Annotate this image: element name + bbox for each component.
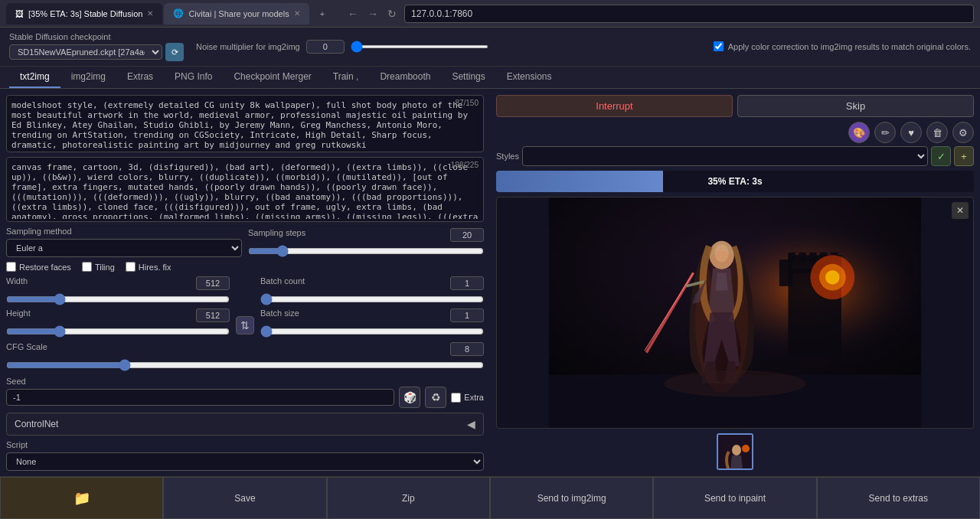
height-value[interactable] xyxy=(196,308,230,322)
extra-checkbox-label[interactable]: Extra xyxy=(451,393,484,403)
controlnet-row[interactable]: ControlNet ◀ xyxy=(6,413,484,436)
open-folder-button[interactable]: 📁 xyxy=(0,477,163,519)
styles-select[interactable] xyxy=(522,146,928,166)
main-content: modelshoot style, (extremely detailed CG… xyxy=(0,89,980,476)
tab-favicon-2: 🌐 xyxy=(173,8,184,18)
save-button[interactable]: Save xyxy=(163,477,326,519)
batch-count-value[interactable] xyxy=(450,276,484,290)
address-bar[interactable] xyxy=(404,5,974,23)
prompt-box: modelshoot style, (extremely detailed CG… xyxy=(6,95,484,152)
heart-icon-button[interactable]: ♥ xyxy=(900,122,922,143)
image-close-button[interactable]: ✕ xyxy=(952,202,969,219)
tab-png-info[interactable]: PNG Info xyxy=(164,67,223,88)
batch-count-param: Batch count xyxy=(260,276,484,305)
hires-fix-checkbox[interactable] xyxy=(126,262,136,272)
seed-label: Seed xyxy=(6,377,26,386)
checkpoint-select[interactable]: SD15NewVAEpruned.ckpt [27a4ac756c] xyxy=(9,44,162,60)
progress-text: 35% ETA: 3s xyxy=(707,176,762,187)
tiling-checkbox[interactable] xyxy=(82,262,92,272)
skip-button[interactable]: Skip xyxy=(737,95,974,117)
noise-value-input[interactable] xyxy=(306,40,345,54)
send-extras-label: Send to extras xyxy=(869,493,928,504)
browser-tab-bar: 🖼 [35% ETA: 3s] Stable Diffusion ✕ 🌐 Civ… xyxy=(0,0,980,28)
brush-icon-button[interactable]: ✏ xyxy=(874,122,896,143)
send-to-inpaint-button[interactable]: Send to inpaint xyxy=(653,477,816,519)
width-param: Width xyxy=(6,276,230,305)
send-to-img2img-button[interactable]: Send to img2img xyxy=(490,477,653,519)
generate-buttons-row: Interrupt Skip xyxy=(496,95,974,117)
sampling-steps-slider[interactable] xyxy=(248,245,484,257)
styles-add-button[interactable]: + xyxy=(954,146,974,166)
svg-point-21 xyxy=(664,370,805,397)
batch-size-slider[interactable] xyxy=(260,325,484,338)
cfg-scale-section: CFG Scale xyxy=(6,342,484,371)
height-label: Height xyxy=(6,308,31,322)
svg-point-23 xyxy=(732,445,741,455)
batch-size-label: Batch size xyxy=(260,308,299,322)
restore-faces-checkbox[interactable] xyxy=(6,262,16,272)
refresh-button[interactable]: ↻ xyxy=(384,6,400,21)
width-label: Width xyxy=(6,276,28,290)
extra-checkbox[interactable] xyxy=(451,393,461,403)
cfg-scale-slider[interactable] xyxy=(6,359,484,371)
back-button[interactable]: ← xyxy=(345,6,361,21)
forward-button[interactable]: → xyxy=(364,6,381,21)
thumbnail-1[interactable] xyxy=(717,433,753,470)
script-select[interactable]: None xyxy=(6,452,484,471)
zip-button[interactable]: Zip xyxy=(327,477,490,519)
browser-tab-civitai[interactable]: 🌐 Civitai | Share your models ✕ xyxy=(164,3,309,24)
color-correction-checkbox[interactable] xyxy=(714,41,724,51)
seed-recycle-button[interactable]: ♻ xyxy=(425,387,446,408)
tab-dreambooth[interactable]: Dreambooth xyxy=(369,67,441,88)
checkpoint-section: Stable Diffusion checkpoint SD15NewVAEpr… xyxy=(9,32,184,61)
width-slider[interactable] xyxy=(6,293,230,305)
progress-bar-container: 35% ETA: 3s xyxy=(496,171,974,192)
neg-prompt-box: canvas frame, cartoon, 3d, (disfigured))… xyxy=(6,157,484,222)
tab-extensions[interactable]: Extensions xyxy=(496,67,563,88)
sampling-steps-section: Sampling steps xyxy=(248,228,484,257)
tab-checkpoint-merger[interactable]: Checkpoint Merger xyxy=(223,67,322,88)
interrupt-button[interactable]: Interrupt xyxy=(496,95,733,117)
seed-input[interactable] xyxy=(6,389,394,406)
sampling-method-section: Sampling method Euler a xyxy=(6,227,242,257)
seed-dice-button[interactable]: 🎲 xyxy=(399,387,420,408)
batch-section: Batch count Batch size xyxy=(260,276,484,338)
send-to-extras-button[interactable]: Send to extras xyxy=(817,477,980,519)
styles-apply-button[interactable]: ✓ xyxy=(931,146,951,166)
swap-dimensions-button[interactable]: ⇅ xyxy=(236,316,254,335)
tab-settings[interactable]: Settings xyxy=(441,67,495,88)
tab-extras[interactable]: Extras xyxy=(116,67,164,88)
batch-size-value[interactable] xyxy=(450,308,484,322)
svg-point-13 xyxy=(825,270,840,285)
send-inpaint-label: Send to inpaint xyxy=(704,493,766,504)
height-param: Height xyxy=(6,308,230,338)
palette-icon-button[interactable]: 🎨 xyxy=(848,122,870,143)
tab-txt2img[interactable]: txt2img xyxy=(9,67,60,88)
width-value[interactable] xyxy=(196,276,230,290)
batch-count-slider[interactable] xyxy=(260,293,484,305)
tab-train[interactable]: Train , xyxy=(322,67,370,88)
thumbnail-row xyxy=(496,433,974,470)
noise-slider[interactable] xyxy=(351,45,488,48)
new-tab-button[interactable]: + xyxy=(311,3,334,24)
browser-tab-stable-diffusion[interactable]: 🖼 [35% ETA: 3s] Stable Diffusion ✕ xyxy=(6,3,162,24)
tab-img2img[interactable]: img2img xyxy=(60,67,116,88)
tab-close-2[interactable]: ✕ xyxy=(294,9,300,18)
prompt-textarea[interactable]: modelshoot style, (extremely detailed CG… xyxy=(7,96,483,149)
trash-icon-button[interactable]: 🗑 xyxy=(926,122,948,143)
cfg-scale-value[interactable] xyxy=(450,342,484,356)
main-tabs-row: txt2img img2img Extras PNG Info Checkpoi… xyxy=(0,67,980,89)
gear-icon-button[interactable]: ⚙ xyxy=(952,122,974,143)
tab-favicon: 🖼 xyxy=(15,9,24,18)
prompt-counter: 87/150 xyxy=(455,99,479,107)
checkpoint-refresh-button[interactable]: ⟳ xyxy=(165,43,184,61)
sampling-steps-value[interactable] xyxy=(450,228,484,242)
neg-prompt-textarea[interactable]: canvas frame, cartoon, 3d, (disfigured))… xyxy=(7,158,483,219)
hires-fix-label[interactable]: Hires. fix xyxy=(126,262,172,272)
sampling-method-select[interactable]: Euler a xyxy=(6,239,242,257)
tiling-label[interactable]: Tiling xyxy=(82,262,115,272)
tab-close-1[interactable]: ✕ xyxy=(147,9,153,18)
dimensions-batch-row: Width Height ⇅ xyxy=(6,276,484,338)
height-slider[interactable] xyxy=(6,325,230,338)
restore-faces-label[interactable]: Restore faces xyxy=(6,262,71,272)
